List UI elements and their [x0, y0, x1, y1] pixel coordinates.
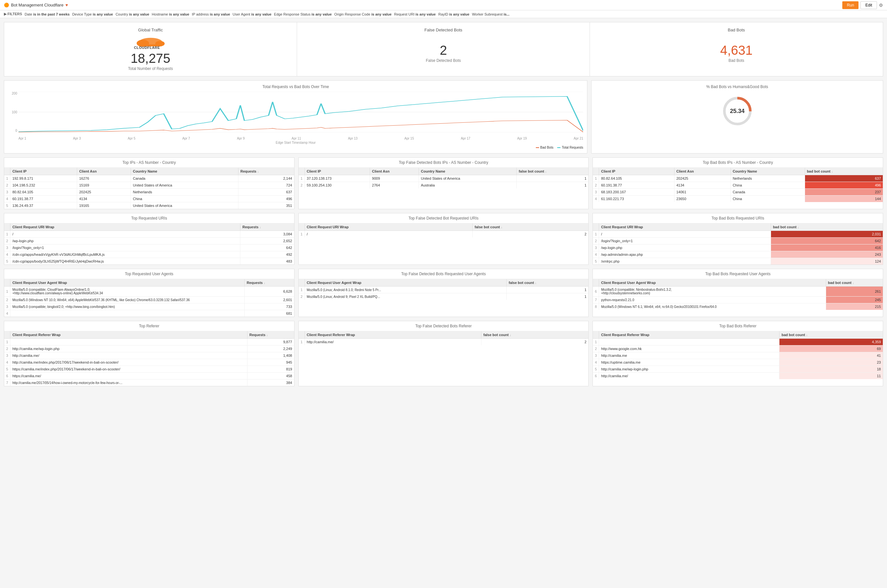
line-chart-svg	[18, 92, 583, 132]
table-row: 4681	[4, 310, 294, 317]
th-referer: Client Request Referer Wrap	[305, 331, 481, 339]
requests-val: 496	[238, 196, 294, 202]
client-ip: 59.100.254.130	[305, 182, 370, 189]
filter-country: Country is any value	[116, 12, 149, 16]
th-referer: Client Request Referer Wrap	[11, 331, 248, 339]
th-agent: Client Request User Agent Wrap	[599, 279, 826, 286]
top-agents-box: Top Requested User Agents Client Request…	[4, 269, 295, 317]
header-row: Client Request URI Wrap Requests ↓	[4, 224, 294, 231]
top-referer-box: Top Referer Client Request Referer Wrap …	[4, 321, 295, 386]
client-asn: 4134	[674, 182, 731, 189]
table-row: 2104.198.5.23215169United States of Amer…	[4, 182, 294, 189]
top-bad-agents-box: Top Bad Bots Requested User Agents Clien…	[592, 269, 883, 317]
table-row: 5/xmlrpc.php124	[593, 258, 883, 265]
legend-total-requests: Total Requests	[557, 146, 583, 149]
top-false-referer-table: Client Request Referer Wrap false bot co…	[299, 331, 589, 345]
filter-origin-response: Origin Response Code is any value	[334, 12, 392, 16]
count-val: 144	[805, 196, 883, 202]
filter-rayid: RayID is any value	[438, 12, 469, 16]
top-ips-row: Top IPs - AS Number - Country Client IP …	[4, 158, 883, 209]
country-name: China	[731, 196, 805, 202]
th-client-ip: Client IP	[11, 168, 77, 175]
x-label-apr3: Apr 3	[73, 136, 81, 140]
th-num	[4, 224, 11, 231]
th-num	[593, 224, 599, 231]
top-bad-agents-title: Top Bad Bots Requested User Agents	[593, 269, 883, 279]
top-bad-ips-box: Top Bad Bots IPs - AS Number - Country C…	[592, 158, 883, 209]
th-bad-bot-count: bad bot count ↓	[826, 279, 883, 286]
y-label-200: 200	[8, 92, 17, 95]
top-agents-row: Top Requested User Agents Client Request…	[4, 269, 883, 317]
table-row: 368.183.200.16714061Canada237	[593, 189, 883, 196]
th-false-bot-count: false bot count ↓	[507, 279, 589, 286]
table-row: 6https://camilia.me/458	[4, 373, 294, 380]
client-ip: 68.183.200.167	[599, 189, 674, 196]
country-name: China	[731, 182, 805, 189]
top-agents-table: Client Request User Agent Wrap Requests …	[4, 279, 294, 316]
top-ips-table: Client IP Client Asn Country Name Reques…	[4, 168, 294, 209]
table-row: 2Mozilla/5.0 (Windows NT 10.0; Win64; x6…	[4, 297, 294, 303]
table-row: 3Mozilla/5.0 (compatible; bingbot/2.0; +…	[4, 303, 294, 310]
x-label-apr21: Apr 21	[574, 136, 583, 140]
top-referer-row: Top Referer Client Request Referer Wrap …	[4, 321, 883, 386]
th-bad-bot-count: bad bot count ↓	[805, 168, 883, 175]
th-num	[4, 168, 11, 175]
table-row: 2/login/?login_only=1642	[593, 238, 883, 244]
client-asn: 15169	[77, 182, 131, 189]
run-button[interactable]: Run	[842, 1, 858, 9]
edit-button[interactable]: Edit	[860, 1, 877, 9]
gauge-title: % Bad Bots vs Humans&Good Bots	[595, 84, 879, 89]
count-val: 1	[517, 175, 588, 182]
table-row: 4http://camilia.me/index.php/2017/06/17/…	[4, 359, 294, 366]
top-false-uris-box: Top False Detected Bot Requested URIs Cl…	[298, 213, 589, 265]
header-row: Client Request User Agent Wrap false bot…	[299, 279, 589, 286]
filter-ip: IP address is any value	[192, 12, 230, 16]
table-row: 260.191.38.774134China496	[593, 182, 883, 189]
header-row: Client Request Referer Wrap bad bot coun…	[593, 331, 883, 339]
header-bar: 🟠 Bot Management Cloudflare ♥ Run Edit ⚙	[0, 0, 887, 10]
th-false-bot-count: false bot count ↓	[517, 168, 588, 175]
table-row: 4/cdn-cgi/apps/head/xVgyKhR-vV3dAUGhMqfB…	[4, 251, 294, 258]
x-axis: Apr 1 Apr 3 Apr 5 Apr 7 Apr 9 Apr 11 Apr…	[18, 136, 583, 140]
table-row: 2http://camilia.me/wp-login.php2,249	[4, 345, 294, 352]
client-ip: 60.191.38.77	[11, 196, 77, 202]
filters-toggle[interactable]: ▶ FILTERS	[4, 12, 22, 16]
x-label-apr5: Apr 5	[128, 136, 135, 140]
client-asn: 4134	[77, 196, 131, 202]
top-false-ips-table: Client IP Client Asn Country Name false …	[299, 168, 589, 189]
top-bad-agents-table: Client Request User Agent Wrap bad bot c…	[593, 279, 883, 310]
top-ips-box: Top IPs - AS Number - Country Client IP …	[4, 158, 295, 209]
header-title: 🟠 Bot Management Cloudflare ♥	[4, 3, 68, 8]
th-num	[593, 331, 599, 339]
th-country: Country Name	[731, 168, 805, 175]
gauge-circle: 25.34	[721, 95, 753, 127]
row-num: 3	[593, 189, 599, 196]
header-row: Client Request URI Wrap bad bot count ↓	[593, 224, 883, 231]
table-row: 5https://camilia.me/index.php/2017/06/17…	[4, 366, 294, 373]
table-row: 2/wp-login.php2,652	[4, 238, 294, 244]
client-asn: 14061	[674, 189, 731, 196]
bad-bots-sublabel: Bad Bots	[729, 58, 744, 63]
top-false-uris-title: Top False Detected Bot Requested URIs	[299, 213, 589, 224]
th-num	[299, 224, 305, 231]
country-name: Australia	[419, 182, 517, 189]
table-row: 7http://camilia.me/2017/05/14/how-i-owne…	[4, 380, 294, 386]
requests-val: 637	[238, 189, 294, 196]
global-traffic-section: Global Traffic CLOUDFLARE 18,275 Total N…	[4, 22, 297, 76]
settings-button[interactable]: ⚙	[879, 1, 883, 9]
x-label-apr7: Apr 7	[182, 136, 190, 140]
gauge-value: 25.34	[730, 108, 744, 115]
country-name: United States of America	[131, 202, 238, 209]
filter-date: Date is in the past 7 weeks	[25, 12, 70, 16]
table-row: 3http://camilia.me/1,408	[4, 352, 294, 359]
th-requests: Requests ↓	[245, 279, 294, 286]
legend-bad-bots-color	[536, 147, 539, 148]
client-ip: 80.82.64.105	[599, 175, 674, 182]
client-asn: 2764	[370, 182, 419, 189]
th-false-bot-count: false bot count ↓	[473, 224, 589, 231]
th-uri: Client Request URI Wrap	[305, 224, 472, 231]
legend-bad-bots: Bad Bots	[536, 146, 554, 149]
table-row: 6http://camilia.me/11	[593, 373, 883, 380]
th-client-asn: Client Asn	[77, 168, 131, 175]
count-val: 637	[805, 175, 883, 182]
